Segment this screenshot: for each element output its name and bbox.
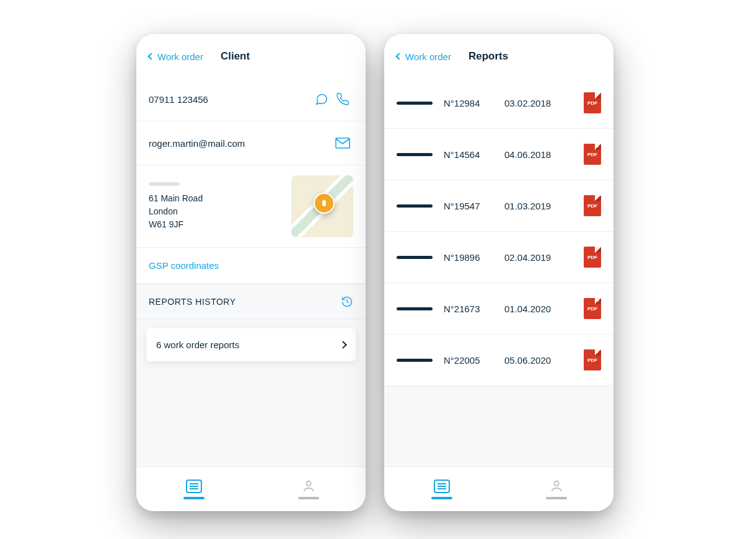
svg-point-10 xyxy=(554,481,558,485)
map-pin-icon xyxy=(314,193,335,214)
report-date: 01.03.2019 xyxy=(504,201,573,211)
address-line1: 61 Main Road xyxy=(149,192,283,205)
report-bar xyxy=(397,204,433,208)
pdf-icon[interactable]: PDF xyxy=(584,144,601,165)
pdf-icon[interactable]: PDF xyxy=(584,92,601,113)
report-bar xyxy=(397,102,433,105)
tab-indicator-active xyxy=(183,497,204,499)
svg-rect-0 xyxy=(336,138,349,148)
chat-button[interactable] xyxy=(311,89,332,110)
report-number: N°19896 xyxy=(444,252,493,263)
email-row: roger.martin@mail.com xyxy=(136,121,366,165)
address-line2: London xyxy=(149,205,283,218)
report-number: N°22005 xyxy=(444,355,493,366)
report-number: N°14564 xyxy=(444,149,493,160)
chevron-left-icon xyxy=(147,53,154,59)
pdf-icon[interactable]: PDF xyxy=(584,349,601,370)
report-row[interactable]: N°2200505.06.2020PDF xyxy=(384,335,613,386)
phone-client: Work order Client 07911 123456 xyxy=(136,34,366,511)
page-title: Reports xyxy=(468,50,508,63)
map-thumbnail[interactable] xyxy=(291,175,353,237)
svg-point-5 xyxy=(306,481,310,485)
email-address: roger.martin@mail.com xyxy=(149,138,332,149)
reports-card-label: 6 work order reports xyxy=(156,340,239,350)
back-label: Work order xyxy=(157,51,203,62)
report-number: N°12984 xyxy=(444,98,493,108)
tab-list[interactable] xyxy=(136,467,251,511)
report-row[interactable]: N°2167301.04.2020PDF xyxy=(384,283,613,335)
pdf-icon[interactable]: PDF xyxy=(584,298,601,319)
history-icon xyxy=(341,296,353,308)
address-row: 61 Main Road London W61 9JF xyxy=(136,165,366,248)
chevron-left-icon xyxy=(395,53,402,59)
tab-bar xyxy=(384,467,613,511)
report-date: 03.02.2018 xyxy=(504,98,573,108)
tab-indicator-inactive xyxy=(546,497,567,499)
reports-card[interactable]: 6 work order reports xyxy=(146,328,356,361)
pdf-icon[interactable]: PDF xyxy=(584,195,601,216)
report-bar xyxy=(397,307,433,310)
report-bar xyxy=(397,153,433,156)
chat-icon xyxy=(315,92,328,106)
mail-icon xyxy=(335,138,350,149)
report-row[interactable]: N°1954701.03.2019PDF xyxy=(384,180,613,232)
list-icon xyxy=(434,480,450,493)
tab-bar xyxy=(136,467,366,511)
report-date: 04.06.2018 xyxy=(504,149,573,160)
report-number: N°19547 xyxy=(444,201,493,211)
report-row[interactable]: N°1298403.02.2018PDF xyxy=(384,77,613,129)
section-title-text: REPORTS HISTORY xyxy=(149,297,236,307)
phone-reports: Work order Reports N°1298403.02.2018PDFN… xyxy=(384,34,613,511)
report-date: 05.06.2020 xyxy=(504,355,573,366)
gps-coordinates-link[interactable]: GSP coordinates xyxy=(136,248,366,284)
report-row[interactable]: N°1456404.06.2018PDF xyxy=(384,129,613,180)
person-icon xyxy=(550,480,563,493)
report-date: 01.04.2020 xyxy=(504,304,573,314)
report-bar xyxy=(397,256,433,259)
person-icon xyxy=(302,480,315,493)
tab-profile[interactable] xyxy=(251,467,366,511)
pdf-icon[interactable]: PDF xyxy=(584,247,601,268)
tab-list[interactable] xyxy=(384,467,499,511)
tab-profile[interactable] xyxy=(499,467,613,511)
phone-icon xyxy=(336,92,349,106)
back-label: Work order xyxy=(405,51,451,62)
chevron-right-icon xyxy=(339,341,347,349)
address-block: 61 Main Road London W61 9JF xyxy=(149,182,283,231)
report-number: N°21673 xyxy=(444,304,493,314)
report-row[interactable]: N°1989602.04.2019PDF xyxy=(384,232,613,283)
address-label-placeholder xyxy=(149,182,180,186)
back-button[interactable]: Work order xyxy=(397,51,451,62)
report-date: 02.04.2019 xyxy=(504,252,573,263)
email-button[interactable] xyxy=(332,133,353,154)
content: N°1298403.02.2018PDFN°1456404.06.2018PDF… xyxy=(384,77,613,467)
call-button[interactable] xyxy=(332,89,353,110)
list-icon xyxy=(186,480,202,493)
phone-row: 07911 123456 xyxy=(136,77,366,121)
content: 07911 123456 roger.martin@mail.com xyxy=(136,77,366,467)
report-bar xyxy=(397,359,433,362)
back-button[interactable]: Work order xyxy=(149,51,203,62)
header: Work order Client xyxy=(136,34,366,77)
tab-indicator-active xyxy=(431,497,452,499)
header: Work order Reports xyxy=(384,34,613,77)
reports-history-header: REPORTS HISTORY xyxy=(136,284,366,320)
phone-number: 07911 123456 xyxy=(149,94,311,105)
page-title: Client xyxy=(221,50,250,63)
address-line3: W61 9JF xyxy=(149,218,283,231)
tab-indicator-inactive xyxy=(298,497,319,499)
